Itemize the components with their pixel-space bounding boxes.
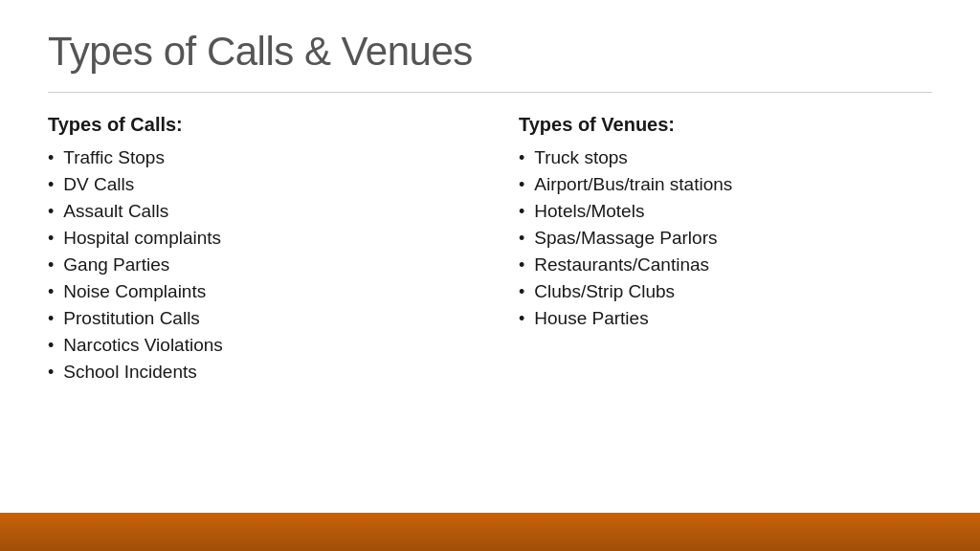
list-item: Restaurants/Cantinas	[519, 254, 932, 276]
list-item: Assault Calls	[48, 201, 461, 222]
list-item: Spas/Massage Parlors	[519, 228, 932, 249]
list-item: Noise Complaints	[48, 281, 461, 302]
list-item: DV Calls	[48, 174, 461, 195]
list-item: Clubs/Strip Clubs	[519, 281, 932, 302]
list-item: Traffic Stops	[48, 147, 461, 168]
columns: Types of Calls: Traffic Stops DV Calls A…	[48, 114, 932, 494]
venues-header: Types of Venues:	[519, 114, 932, 136]
list-item: House Parties	[519, 308, 932, 329]
divider	[48, 92, 932, 93]
calls-list: Traffic Stops DV Calls Assault Calls Hos…	[48, 147, 461, 383]
venues-column: Types of Venues: Truck stops Airport/Bus…	[519, 114, 932, 494]
calls-column: Types of Calls: Traffic Stops DV Calls A…	[48, 114, 461, 494]
list-item: Hospital complaints	[48, 228, 461, 249]
list-item: Prostitution Calls	[48, 308, 461, 329]
bottom-bar	[0, 513, 980, 551]
list-item: Narcotics Violations	[48, 335, 461, 356]
list-item: Hotels/Motels	[519, 201, 932, 222]
slide-title: Types of Calls & Venues	[48, 29, 932, 75]
list-item: School Incidents	[48, 362, 461, 383]
venues-list: Truck stops Airport/Bus/train stations H…	[519, 147, 932, 329]
slide-content: Types of Calls & Venues Types of Calls: …	[0, 0, 980, 513]
calls-header: Types of Calls:	[48, 114, 461, 136]
list-item: Truck stops	[519, 147, 932, 168]
list-item: Airport/Bus/train stations	[519, 174, 932, 195]
list-item: Gang Parties	[48, 254, 461, 276]
